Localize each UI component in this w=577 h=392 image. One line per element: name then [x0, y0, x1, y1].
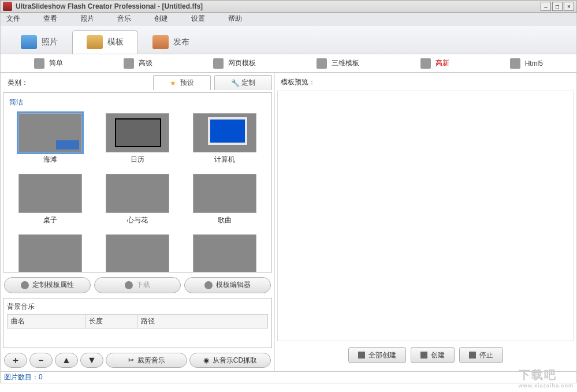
cd-icon: ◉	[203, 356, 209, 364]
cat-advanced[interactable]: 高级	[113, 56, 163, 71]
template-thumb	[18, 174, 82, 213]
category-toolbar: 简单 高级 网页模板 三维模板 高新 Html5	[0, 54, 577, 73]
template-name: 歌曲	[218, 215, 232, 225]
create-button[interactable]: 创建	[411, 347, 455, 363]
double-arrow-down-icon	[358, 352, 365, 359]
template-item[interactable]: 计算机	[184, 113, 266, 165]
photos-icon	[21, 35, 37, 49]
arrow-down-icon	[420, 352, 427, 359]
music-from-cd-button[interactable]: ◉从音乐CD抓取	[189, 353, 271, 368]
customize-template-button[interactable]: 定制模板属性	[4, 277, 91, 293]
gear-icon	[21, 281, 29, 289]
templates-icon	[87, 35, 103, 49]
left-panel: 类别： ★预设 🔧定制 简洁 海滩日历计算机桌子心与花歌曲 定制模板属性 下载 …	[1, 73, 275, 371]
minimize-button[interactable]: –	[541, 2, 551, 11]
main-tabs-bar: 照片 模板 发布	[0, 25, 577, 54]
template-item[interactable]	[96, 234, 178, 272]
template-name: 计算机	[214, 155, 235, 165]
cat-simple[interactable]: 简单	[24, 56, 73, 71]
maximize-button[interactable]: □	[552, 2, 563, 11]
music-table: 曲名 长度 路径	[7, 314, 268, 346]
preview-label: 模板预览：	[277, 75, 574, 89]
tab-preset[interactable]: ★预设	[153, 75, 211, 90]
menu-help[interactable]: 帮助	[228, 14, 242, 24]
create-all-button[interactable]: 全部创建	[348, 347, 406, 363]
template-name: 桌子	[43, 215, 57, 225]
menubar: 文件 查看 照片 音乐 创建 设置 帮助	[0, 13, 577, 25]
col-length[interactable]: 长度	[85, 314, 137, 328]
template-item[interactable]: 心与花	[96, 174, 178, 225]
download-button[interactable]: 下载	[94, 277, 181, 293]
pencil-icon	[204, 281, 213, 289]
template-name: 海滩	[43, 155, 57, 165]
template-editor-button[interactable]: 模板编辑器	[184, 277, 271, 293]
col-path[interactable]: 路径	[137, 314, 268, 328]
main-area: 类别： ★预设 🔧定制 简洁 海滩日历计算机桌子心与花歌曲 定制模板属性 下载 …	[0, 73, 577, 372]
threed-icon	[317, 58, 327, 69]
template-item[interactable]	[9, 234, 91, 272]
template-thumb	[18, 234, 82, 272]
bg-music-title: 背景音乐	[7, 301, 268, 314]
titlebar: UltraSlideshow Flash Creator Professiona…	[0, 0, 577, 13]
html5-icon	[510, 58, 520, 69]
right-panel: 模板预览： 全部创建 创建 停止	[275, 73, 576, 371]
cat-html5[interactable]: Html5	[500, 56, 553, 71]
menu-music[interactable]: 音乐	[117, 14, 131, 24]
tab-publish[interactable]: 发布	[138, 30, 204, 54]
star-icon: ★	[170, 79, 178, 87]
menu-file[interactable]: 文件	[6, 14, 20, 24]
template-item[interactable]: 日历	[96, 113, 178, 165]
group-header: 简洁	[7, 96, 268, 111]
tab-photos-label: 照片	[42, 37, 58, 47]
publish-icon	[152, 35, 169, 49]
menu-create[interactable]: 创建	[154, 14, 168, 24]
tab-custom[interactable]: 🔧定制	[214, 75, 272, 90]
template-thumb	[193, 234, 256, 272]
tab-templates[interactable]: 模板	[72, 30, 138, 54]
tab-templates-label: 模板	[107, 37, 124, 47]
app-icon	[3, 2, 12, 11]
template-thumb	[106, 113, 169, 152]
photo-count: 图片数目：0	[4, 372, 43, 382]
cat-new[interactable]: 高新	[410, 56, 460, 71]
template-thumb	[106, 234, 169, 272]
menu-settings[interactable]: 设置	[191, 14, 205, 24]
web-icon	[213, 58, 224, 69]
template-item[interactable]: 海滩	[9, 113, 91, 165]
col-name[interactable]: 曲名	[8, 314, 85, 328]
wrench-icon: 🔧	[231, 79, 239, 87]
stop-button[interactable]: 停止	[459, 347, 503, 363]
template-thumb	[106, 174, 169, 213]
menu-photo[interactable]: 照片	[80, 14, 94, 24]
scissors-icon: ✂	[128, 356, 134, 364]
music-empty	[8, 328, 268, 345]
menu-view[interactable]: 查看	[43, 14, 57, 24]
statusbar: 图片数目：0	[0, 372, 577, 383]
tab-photos[interactable]: 照片	[6, 30, 72, 54]
template-list[interactable]: 简洁 海滩日历计算机桌子心与花歌曲	[3, 92, 272, 272]
template-thumb	[193, 113, 256, 152]
stop-icon	[469, 352, 476, 359]
music-down-button[interactable]: ▼	[80, 353, 103, 368]
template-name: 日历	[131, 155, 144, 165]
download-icon	[125, 281, 133, 289]
music-remove-button[interactable]: －	[29, 353, 53, 368]
template-item[interactable]	[184, 234, 266, 272]
background-music-panel: 背景音乐 曲名 长度 路径	[3, 298, 272, 349]
template-item[interactable]: 歌曲	[184, 174, 266, 225]
template-item[interactable]: 桌子	[9, 174, 91, 225]
tab-publish-label: 发布	[173, 37, 189, 47]
template-thumb	[193, 174, 256, 213]
music-trim-button[interactable]: ✂裁剪音乐	[106, 353, 187, 368]
window-title: UltraSlideshow Flash Creator Professiona…	[16, 2, 541, 10]
cat-3d[interactable]: 三维模板	[306, 56, 370, 71]
advanced-icon	[124, 58, 134, 69]
close-button[interactable]: ×	[564, 2, 574, 11]
template-name: 心与花	[127, 215, 148, 225]
simple-icon	[34, 58, 44, 69]
music-up-button[interactable]: ▲	[55, 353, 78, 368]
category-label: 类别：	[3, 76, 33, 90]
music-add-button[interactable]: ＋	[4, 353, 27, 368]
cat-web[interactable]: 网页模板	[203, 56, 266, 71]
preview-area	[277, 91, 574, 341]
